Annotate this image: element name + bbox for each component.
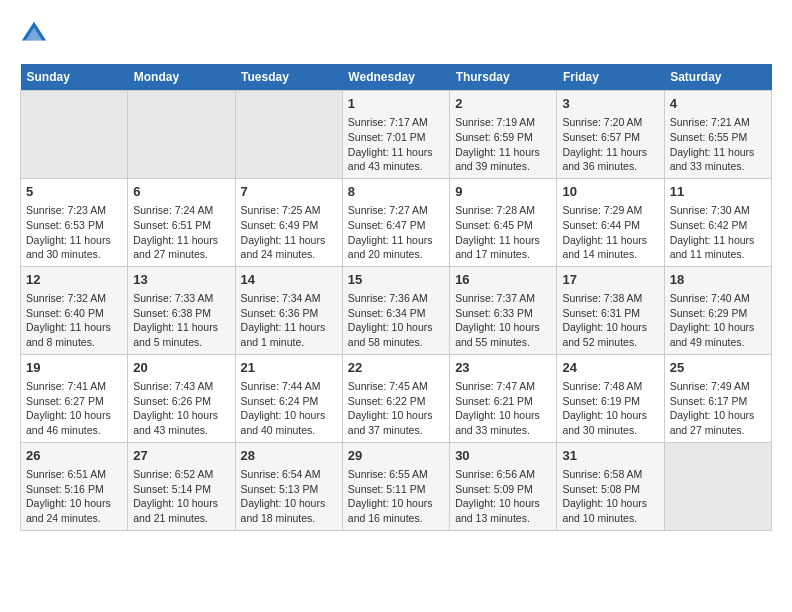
header-saturday: Saturday xyxy=(664,64,771,91)
day-number: 31 xyxy=(562,447,658,465)
day-number: 6 xyxy=(133,183,229,201)
day-info: Daylight: 10 hours and 46 minutes. xyxy=(26,408,122,437)
day-number: 28 xyxy=(241,447,337,465)
day-info: Sunset: 6:47 PM xyxy=(348,218,444,233)
day-info: Sunrise: 7:47 AM xyxy=(455,379,551,394)
calendar-cell: 1Sunrise: 7:17 AMSunset: 7:01 PMDaylight… xyxy=(342,91,449,179)
calendar-cell: 6Sunrise: 7:24 AMSunset: 6:51 PMDaylight… xyxy=(128,178,235,266)
page-header xyxy=(20,20,772,48)
header-sunday: Sunday xyxy=(21,64,128,91)
day-info: Daylight: 10 hours and 13 minutes. xyxy=(455,496,551,525)
day-info: Sunrise: 7:43 AM xyxy=(133,379,229,394)
day-number: 9 xyxy=(455,183,551,201)
day-number: 18 xyxy=(670,271,766,289)
day-info: Sunrise: 7:23 AM xyxy=(26,203,122,218)
day-info: Sunrise: 7:41 AM xyxy=(26,379,122,394)
day-number: 25 xyxy=(670,359,766,377)
day-info: Daylight: 11 hours and 30 minutes. xyxy=(26,233,122,262)
calendar-cell: 25Sunrise: 7:49 AMSunset: 6:17 PMDayligh… xyxy=(664,354,771,442)
day-number: 1 xyxy=(348,95,444,113)
header-thursday: Thursday xyxy=(450,64,557,91)
calendar-cell: 31Sunrise: 6:58 AMSunset: 5:08 PMDayligh… xyxy=(557,442,664,530)
header-friday: Friday xyxy=(557,64,664,91)
calendar-cell: 14Sunrise: 7:34 AMSunset: 6:36 PMDayligh… xyxy=(235,266,342,354)
day-info: Daylight: 10 hours and 10 minutes. xyxy=(562,496,658,525)
day-number: 7 xyxy=(241,183,337,201)
day-info: Daylight: 11 hours and 8 minutes. xyxy=(26,320,122,349)
day-info: Sunrise: 6:52 AM xyxy=(133,467,229,482)
day-info: Sunrise: 6:54 AM xyxy=(241,467,337,482)
day-info: Sunset: 5:09 PM xyxy=(455,482,551,497)
day-info: Sunset: 6:51 PM xyxy=(133,218,229,233)
day-number: 23 xyxy=(455,359,551,377)
day-info: Sunrise: 7:32 AM xyxy=(26,291,122,306)
calendar-cell: 24Sunrise: 7:48 AMSunset: 6:19 PMDayligh… xyxy=(557,354,664,442)
header-row: Sunday Monday Tuesday Wednesday Thursday… xyxy=(21,64,772,91)
day-info: Sunrise: 7:21 AM xyxy=(670,115,766,130)
calendar-cell: 3Sunrise: 7:20 AMSunset: 6:57 PMDaylight… xyxy=(557,91,664,179)
day-info: Sunset: 6:49 PM xyxy=(241,218,337,233)
day-info: Daylight: 11 hours and 43 minutes. xyxy=(348,145,444,174)
day-info: Sunrise: 7:19 AM xyxy=(455,115,551,130)
day-info: Sunrise: 7:25 AM xyxy=(241,203,337,218)
day-info: Daylight: 10 hours and 21 minutes. xyxy=(133,496,229,525)
calendar-table: Sunday Monday Tuesday Wednesday Thursday… xyxy=(20,64,772,531)
day-info: Sunset: 6:38 PM xyxy=(133,306,229,321)
day-number: 3 xyxy=(562,95,658,113)
day-info: Sunrise: 6:56 AM xyxy=(455,467,551,482)
day-info: Sunset: 5:13 PM xyxy=(241,482,337,497)
calendar-week-4: 19Sunrise: 7:41 AMSunset: 6:27 PMDayligh… xyxy=(21,354,772,442)
calendar-body: 1Sunrise: 7:17 AMSunset: 7:01 PMDaylight… xyxy=(21,91,772,531)
calendar-cell: 20Sunrise: 7:43 AMSunset: 6:26 PMDayligh… xyxy=(128,354,235,442)
day-info: Sunset: 6:22 PM xyxy=(348,394,444,409)
day-number: 16 xyxy=(455,271,551,289)
day-number: 26 xyxy=(26,447,122,465)
calendar-cell: 30Sunrise: 6:56 AMSunset: 5:09 PMDayligh… xyxy=(450,442,557,530)
day-info: Sunset: 6:44 PM xyxy=(562,218,658,233)
calendar-cell: 7Sunrise: 7:25 AMSunset: 6:49 PMDaylight… xyxy=(235,178,342,266)
day-info: Sunset: 6:42 PM xyxy=(670,218,766,233)
day-info: Sunset: 6:40 PM xyxy=(26,306,122,321)
day-info: Daylight: 11 hours and 39 minutes. xyxy=(455,145,551,174)
day-number: 22 xyxy=(348,359,444,377)
day-number: 2 xyxy=(455,95,551,113)
day-info: Sunrise: 7:38 AM xyxy=(562,291,658,306)
logo xyxy=(20,20,52,48)
calendar-cell: 15Sunrise: 7:36 AMSunset: 6:34 PMDayligh… xyxy=(342,266,449,354)
day-info: Sunrise: 7:37 AM xyxy=(455,291,551,306)
day-info: Sunset: 6:34 PM xyxy=(348,306,444,321)
header-monday: Monday xyxy=(128,64,235,91)
calendar-cell: 11Sunrise: 7:30 AMSunset: 6:42 PMDayligh… xyxy=(664,178,771,266)
calendar-cell: 5Sunrise: 7:23 AMSunset: 6:53 PMDaylight… xyxy=(21,178,128,266)
day-info: Sunrise: 7:30 AM xyxy=(670,203,766,218)
calendar-cell: 13Sunrise: 7:33 AMSunset: 6:38 PMDayligh… xyxy=(128,266,235,354)
day-number: 24 xyxy=(562,359,658,377)
day-info: Sunrise: 6:58 AM xyxy=(562,467,658,482)
day-info: Daylight: 10 hours and 18 minutes. xyxy=(241,496,337,525)
day-info: Sunset: 6:45 PM xyxy=(455,218,551,233)
day-info: Sunrise: 7:36 AM xyxy=(348,291,444,306)
calendar-cell: 4Sunrise: 7:21 AMSunset: 6:55 PMDaylight… xyxy=(664,91,771,179)
day-info: Daylight: 11 hours and 20 minutes. xyxy=(348,233,444,262)
day-number: 11 xyxy=(670,183,766,201)
day-info: Daylight: 10 hours and 33 minutes. xyxy=(455,408,551,437)
calendar-cell xyxy=(128,91,235,179)
day-info: Sunset: 5:16 PM xyxy=(26,482,122,497)
day-info: Daylight: 10 hours and 27 minutes. xyxy=(670,408,766,437)
day-info: Sunrise: 7:44 AM xyxy=(241,379,337,394)
day-number: 13 xyxy=(133,271,229,289)
calendar-cell: 12Sunrise: 7:32 AMSunset: 6:40 PMDayligh… xyxy=(21,266,128,354)
day-info: Sunrise: 7:48 AM xyxy=(562,379,658,394)
day-info: Daylight: 10 hours and 55 minutes. xyxy=(455,320,551,349)
calendar-cell xyxy=(21,91,128,179)
logo-icon xyxy=(20,20,48,48)
day-info: Sunrise: 7:24 AM xyxy=(133,203,229,218)
day-number: 8 xyxy=(348,183,444,201)
day-info: Daylight: 11 hours and 11 minutes. xyxy=(670,233,766,262)
day-info: Sunset: 6:24 PM xyxy=(241,394,337,409)
day-number: 20 xyxy=(133,359,229,377)
day-info: Sunset: 6:29 PM xyxy=(670,306,766,321)
day-info: Sunrise: 7:28 AM xyxy=(455,203,551,218)
calendar-week-1: 1Sunrise: 7:17 AMSunset: 7:01 PMDaylight… xyxy=(21,91,772,179)
day-info: Daylight: 10 hours and 40 minutes. xyxy=(241,408,337,437)
